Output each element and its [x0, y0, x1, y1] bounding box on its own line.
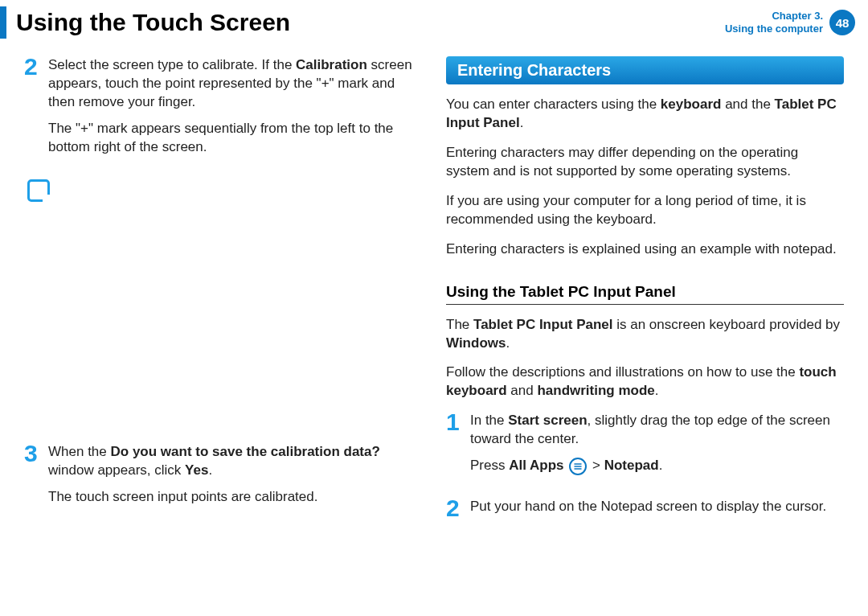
bold-text: Calibration: [296, 57, 367, 72]
right-step1-paragraph-1: In the Start screen, slightly drag the t…: [470, 412, 844, 449]
step-2: 2 Select the screen type to calibrate. I…: [24, 56, 422, 165]
calibration-square-icon: [27, 179, 50, 202]
page-title: Using the Touch Screen: [16, 9, 725, 36]
chapter-line-2: Using the computer: [725, 23, 823, 35]
text: You can enter characters using the: [446, 97, 661, 112]
text: >: [592, 458, 604, 473]
step3-paragraph-2: The touch screen input points are calibr…: [48, 488, 422, 507]
right-paragraph-1: You can enter characters using the keybo…: [446, 96, 844, 133]
right-step-2: 2 Put your hand on the Notepad screen to…: [446, 498, 844, 524]
section-header: Entering Characters: [446, 56, 844, 84]
bold-text: Notepad: [604, 458, 659, 473]
text: Follow the descriptions and illustration…: [446, 364, 799, 380]
bold-text: Tablet PC Input Panel: [473, 317, 612, 332]
sub-heading: Using the Tablet PC Input Panel: [446, 283, 844, 305]
step-number: 2: [24, 55, 48, 165]
right-paragraph-3: If you are using your computer for a lon…: [446, 192, 844, 229]
right-step2-paragraph-1: Put your hand on the Notepad screen to d…: [470, 498, 826, 516]
title-accent-bar: [0, 6, 6, 39]
bold-text: Windows: [446, 335, 506, 351]
right-paragraph-4: Entering characters is explained using a…: [446, 240, 844, 259]
bold-text: All Apps: [509, 458, 563, 473]
step-body: Put your hand on the Notepad screen to d…: [470, 498, 826, 524]
step-number: 3: [24, 441, 48, 515]
text: window appears, click: [48, 462, 185, 478]
text: Select the screen type to calibrate. If …: [48, 57, 296, 72]
bold-text: handwriting mode: [537, 383, 654, 398]
step-body: When the Do you want to save the calibra…: [48, 443, 422, 515]
illustration-placeholder: [24, 202, 422, 443]
step-body: In the Start screen, slightly drag the t…: [470, 412, 844, 483]
bold-text: Yes: [185, 462, 208, 478]
bold-text: Start screen: [508, 413, 587, 428]
all-apps-icon: [569, 458, 587, 475]
page-number-badge: 48: [829, 10, 855, 35]
page-header: Using the Touch Screen Chapter 3. Using …: [0, 0, 868, 48]
right-step-1: 1 In the Start screen, slightly drag the…: [446, 412, 844, 483]
text: The: [446, 317, 473, 332]
sub-paragraph-1: The Tablet PC Input Panel is an onscreen…: [446, 316, 844, 353]
step-body: Select the screen type to calibrate. If …: [48, 56, 422, 165]
text: .: [520, 115, 524, 130]
right-step1-paragraph-2: Press All Apps > Notepad.: [470, 457, 844, 475]
text: Press: [470, 458, 509, 473]
text: .: [655, 383, 659, 398]
text: In the: [470, 413, 508, 428]
right-paragraph-2: Entering characters may differ depending…: [446, 144, 844, 181]
left-column: 2 Select the screen type to calibrate. I…: [24, 56, 422, 539]
step-3: 3 When the Do you want to save the calib…: [24, 443, 422, 515]
content-columns: 2 Select the screen type to calibrate. I…: [0, 48, 868, 539]
step2-paragraph-1: Select the screen type to calibrate. If …: [48, 56, 422, 112]
right-column: Entering Characters You can enter charac…: [446, 56, 844, 539]
sub-paragraph-2: Follow the descriptions and illustration…: [446, 363, 844, 400]
step2-paragraph-2: The "+" mark appears sequentially from t…: [48, 120, 422, 157]
chapter-line-1: Chapter 3.: [725, 10, 823, 23]
step-number: 1: [446, 410, 470, 483]
text: and: [507, 383, 538, 398]
step-number: 2: [446, 496, 470, 524]
text: .: [208, 462, 212, 478]
chapter-label: Chapter 3. Using the computer: [725, 10, 823, 36]
step3-paragraph-1: When the Do you want to save the calibra…: [48, 443, 422, 480]
text: .: [659, 458, 663, 473]
text: .: [506, 335, 510, 351]
text: and the: [721, 97, 774, 112]
bold-text: Do you want to save the calibration data…: [111, 444, 380, 459]
bold-text: keyboard: [661, 97, 722, 112]
text: is an onscreen keyboard provided by: [613, 317, 841, 332]
text: When the: [48, 444, 111, 459]
